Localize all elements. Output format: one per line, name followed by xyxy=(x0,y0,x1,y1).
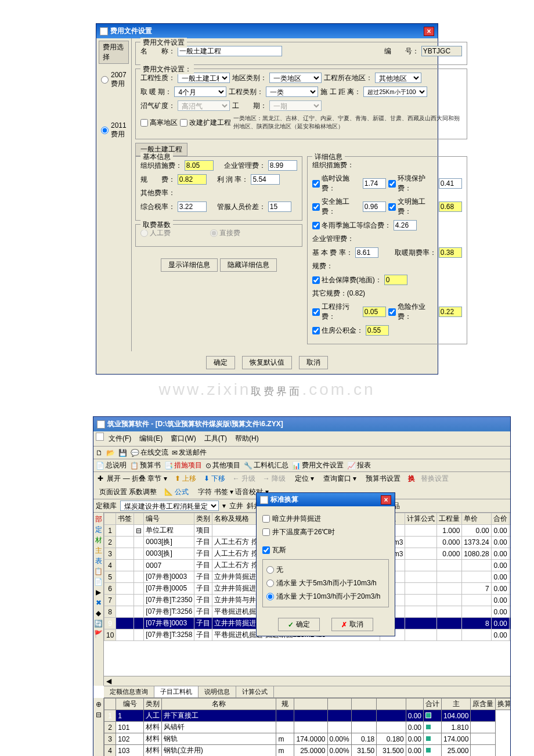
restore-default-button[interactable]: 恢复默认值 xyxy=(242,356,292,369)
tb-measures[interactable]: 📑措施项目 xyxy=(164,460,202,470)
safe-fee-cb[interactable]: 安全施工费： xyxy=(312,197,360,217)
side-x-icon[interactable]: ✖ xyxy=(95,599,103,607)
tb-up[interactable]: ⬆上移 xyxy=(173,473,200,484)
modal-cancel-button[interactable]: ✗取消 xyxy=(331,618,373,631)
profit-input[interactable] xyxy=(251,174,280,185)
base-rate-input[interactable] xyxy=(355,247,378,258)
radio-2007-input[interactable] xyxy=(101,76,109,84)
housing-input[interactable] xyxy=(366,325,389,336)
tb-promote[interactable]: ←升级 xyxy=(231,473,259,484)
region-type-select[interactable]: 一类地区 xyxy=(269,73,322,83)
modal-cb3[interactable]: 瓦斯 xyxy=(262,543,389,557)
side-bu[interactable]: 部 xyxy=(95,515,103,523)
tb-query[interactable]: 查询窗口 ▾ xyxy=(320,473,360,484)
danger-input[interactable] xyxy=(439,307,462,317)
tb-demote[interactable]: →降级 xyxy=(261,473,289,484)
cancel-button[interactable]: 取消 xyxy=(299,356,328,369)
menu-help[interactable]: 帮助(H) xyxy=(232,433,262,445)
tab-quota-query[interactable]: 定额信息查询 xyxy=(104,686,154,697)
rebuild-cb[interactable]: 改建扩建工程 xyxy=(180,118,231,128)
tab-formula[interactable]: 计算公式 xyxy=(236,686,274,697)
tb-other[interactable]: ⊙其他项目 xyxy=(205,460,240,470)
org-fee-input[interactable] xyxy=(185,160,214,171)
tb-materials[interactable]: 🔧工料机汇总 xyxy=(244,460,288,470)
sewage-cb[interactable]: 工程排污费： xyxy=(312,302,360,322)
show-detail-button[interactable]: 显示详细信息 xyxy=(161,258,218,272)
modal-ok-button[interactable]: ✓确定 xyxy=(278,618,320,631)
tb-reports[interactable]: 📈报表 xyxy=(347,460,371,470)
side-copy-icon[interactable]: 📋 xyxy=(95,567,103,575)
winter-fee-input[interactable] xyxy=(394,220,417,231)
social-cb[interactable]: 社会保障费(地面)： xyxy=(312,275,382,285)
heat-rate-input[interactable] xyxy=(439,247,462,258)
save-icon[interactable]: 💾 xyxy=(118,449,127,457)
tb-summary[interactable]: 📄总说明 xyxy=(96,460,127,470)
danger-cb[interactable]: 危险作业费： xyxy=(388,302,436,322)
tb-replace-settings[interactable]: 替换设置 xyxy=(419,473,450,484)
side-biao[interactable]: 表 xyxy=(95,557,103,565)
side-cai[interactable]: 材 xyxy=(95,536,103,544)
modal-r2[interactable]: 涌水量 大于5m3/h而小于10m3/h xyxy=(266,577,385,590)
open-icon[interactable]: 📂 xyxy=(106,449,115,457)
tb-budget[interactable]: 📋预算书 xyxy=(130,460,161,470)
gui-fee-input[interactable] xyxy=(178,174,207,185)
side-refresh-icon[interactable]: 🔄 xyxy=(95,620,103,628)
side-flag-icon[interactable]: 🚩 xyxy=(95,630,103,638)
side-zhu[interactable]: 主 xyxy=(95,546,103,555)
quota-lib-select[interactable]: 煤炭建设井巷工程消耗量定额(2007) xyxy=(120,501,219,511)
hide-detail-button[interactable]: 隐藏详细信息 xyxy=(220,258,277,272)
distance-select[interactable]: 超过25Km小于1000Km xyxy=(363,87,427,97)
materials-table[interactable]: 编号类别名称规合计主原含量换算标志11人工井下直接工0.00104.000210… xyxy=(104,698,510,756)
social-input[interactable] xyxy=(384,275,407,285)
heating-select[interactable]: 4个月 xyxy=(174,87,226,97)
safe-fee-input[interactable] xyxy=(363,201,386,212)
proj-cat-select[interactable]: 一类 xyxy=(266,87,318,97)
radio-2007[interactable]: 2007费用 xyxy=(99,66,129,93)
side-ding[interactable]: 定 xyxy=(95,525,103,534)
side-paste-icon[interactable]: 📄 xyxy=(95,578,103,586)
tb-down[interactable]: ⬇下移 xyxy=(202,473,229,484)
menu-window[interactable]: 窗口(W) xyxy=(167,433,199,445)
housing-cb[interactable]: 住房公积金： xyxy=(312,326,363,336)
radio-2011-input[interactable] xyxy=(101,127,109,134)
env-fee-input[interactable] xyxy=(439,178,462,189)
online-chat[interactable]: 💬在线交流 xyxy=(131,448,168,458)
serv-diff-input[interactable] xyxy=(268,201,291,212)
civil-fee-input[interactable] xyxy=(439,201,462,212)
name-input[interactable] xyxy=(178,46,282,56)
radio-2011[interactable]: 2011费用 xyxy=(99,117,129,144)
winter-fee-cb[interactable]: 冬雨季施工等综合费： xyxy=(312,221,391,231)
side-diamond-icon[interactable]: ◆ xyxy=(95,609,103,617)
modal-close-icon[interactable]: × xyxy=(381,495,391,505)
opt-lijing[interactable]: 立井 xyxy=(229,501,243,511)
side-icon-b[interactable]: ⊟ xyxy=(95,711,103,719)
tb-fee-settings[interactable]: 📊费用文件设置 xyxy=(292,460,344,470)
new-icon[interactable]: 🗋 xyxy=(96,449,103,457)
temp-fee-input[interactable] xyxy=(363,178,386,189)
side-icon-a[interactable]: ⊕ xyxy=(95,700,103,708)
tb-huan[interactable]: 换 xyxy=(406,473,417,484)
cold-region-cb[interactable]: 高寒地区 xyxy=(140,118,178,128)
mgmt-fee-input[interactable] xyxy=(268,160,297,171)
tab-item-materials[interactable]: 子目工料机 xyxy=(154,686,199,697)
temp-fee-cb[interactable]: 临时设施费： xyxy=(312,174,360,193)
proj-region-select[interactable]: 其他地区 xyxy=(375,73,421,83)
close-icon[interactable]: × xyxy=(424,27,434,36)
tb-budget-settings[interactable]: 预算书设置 xyxy=(362,473,404,484)
modal-cb1[interactable]: 暗立井井筒掘进 xyxy=(262,512,389,525)
civil-fee-cb[interactable]: 文明施工费： xyxy=(388,197,436,217)
send-mail[interactable]: ✉发送邮件 xyxy=(172,448,207,458)
tax-input[interactable] xyxy=(178,201,207,212)
tb-page-settings[interactable]: 页面设置 系数调整 xyxy=(96,487,160,498)
menu-tools[interactable]: 工具(T) xyxy=(201,433,230,445)
modal-r1[interactable]: 无 xyxy=(266,563,385,577)
side-arrow-icon[interactable]: ▶ xyxy=(95,588,103,596)
tb-locate[interactable]: 定位 ▾ xyxy=(291,473,317,484)
ok-button[interactable]: 确定 xyxy=(206,356,235,369)
env-fee-cb[interactable]: 环境保护费： xyxy=(388,174,436,193)
tb-expand[interactable]: ✚ 展开 — 折叠 章节 ▾ xyxy=(96,473,171,484)
tb-formula[interactable]: 📐公式 xyxy=(163,487,192,498)
menu-edit[interactable]: 编辑(E) xyxy=(136,433,166,445)
menu-file[interactable]: 文件(F) xyxy=(105,433,135,445)
modal-cb2[interactable]: 井下温度高于26℃时 xyxy=(262,525,389,539)
